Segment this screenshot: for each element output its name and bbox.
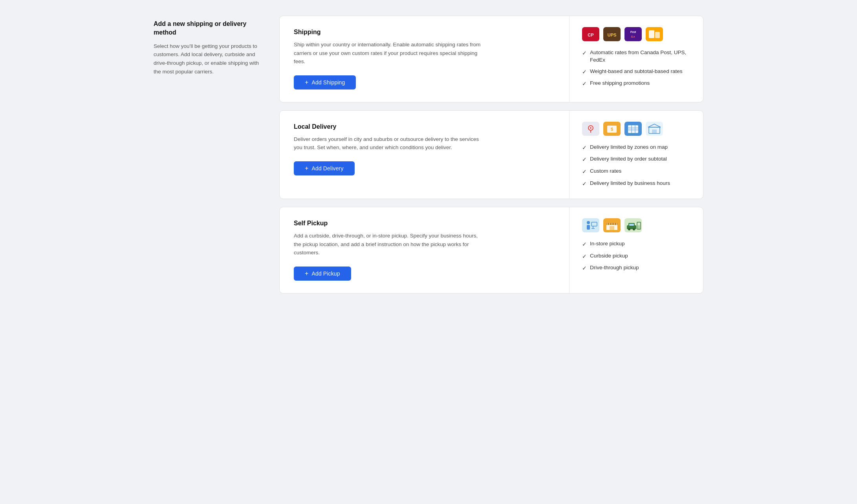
svg-rect-26: [652, 130, 657, 133]
shipping-feature-2: ✓ Free shipping promotions: [582, 80, 690, 88]
self-pickup-card-desc: Add a curbside, drive-through, or in-sto…: [294, 232, 482, 257]
svg-point-46: [633, 228, 635, 230]
map-zones-icon: [582, 122, 599, 136]
svg-rect-36: [610, 226, 614, 230]
canada-post-icon: CP: [582, 27, 599, 41]
fedex-icon: Fed Ex: [624, 27, 642, 41]
store-hours-icon: [646, 122, 663, 136]
add-shipping-label: Add Shipping: [311, 79, 345, 86]
check-icon: ✓: [582, 49, 587, 57]
svg-rect-18: [628, 125, 638, 133]
plus-icon: +: [305, 79, 308, 86]
delivery-feature-0: ✓ Delivery limited by zones on map: [582, 144, 690, 152]
pickup-feature-1: ✓ Curbside pickup: [582, 252, 690, 261]
local-delivery-card-right: $: [570, 111, 703, 199]
page-layout: Add a new shipping or delivery method Se…: [154, 16, 703, 294]
check-icon: ✓: [582, 68, 587, 76]
curbside-icon: [582, 218, 599, 232]
check-icon: ✓: [582, 80, 587, 88]
local-delivery-card-left: Local Delivery Deliver orders yourself i…: [280, 111, 570, 199]
shipping-card-title: Shipping: [294, 29, 555, 36]
check-icon: ✓: [582, 156, 587, 164]
calendar-rates-icon: [624, 122, 642, 136]
delivery-features: ✓ Delivery limited by zones on map ✓ Del…: [582, 144, 690, 188]
plus-icon: +: [305, 165, 308, 172]
svg-rect-49: [638, 225, 640, 229]
local-delivery-card-title: Local Delivery: [294, 123, 555, 130]
check-icon: ✓: [582, 265, 587, 272]
check-icon: ✓: [582, 253, 587, 261]
add-delivery-label: Add Delivery: [311, 165, 343, 172]
local-delivery-card-desc: Deliver orders yourself in city and subu…: [294, 135, 482, 152]
svg-text:Fed: Fed: [630, 30, 636, 34]
sidebar-description: Select how you'll be getting your produc…: [154, 42, 264, 76]
shipping-card: Shipping Ship within your country or int…: [279, 16, 703, 102]
add-delivery-button[interactable]: + Add Delivery: [294, 161, 355, 175]
subtotal-icon: $: [603, 122, 621, 136]
self-pickup-card: Self Pickup Add a curbside, drive-throug…: [279, 207, 703, 294]
svg-point-45: [628, 228, 630, 230]
shipping-card-left: Shipping Ship within your country or int…: [280, 16, 570, 102]
self-pickup-card-right: ✓ In-store pickup ✓ Curbside pickup ✓ Dr…: [570, 207, 703, 293]
svg-rect-29: [587, 225, 590, 230]
delivery-icons-row: $: [582, 122, 690, 136]
delivery-feature-1: ✓ Delivery limited by order subtotal: [582, 155, 690, 164]
svg-rect-4: [624, 27, 642, 41]
shipping-feature-1: ✓ Weight-based and subtotal-based rates: [582, 68, 690, 76]
check-icon: ✓: [582, 144, 587, 152]
pickup-feature-2: ✓ Drive-through pickup: [582, 264, 690, 272]
pickup-feature-0: ✓ In-store pickup: [582, 240, 690, 248]
self-pickup-card-left: Self Pickup Add a curbside, drive-throug…: [280, 207, 570, 293]
custom-rates-icon: [646, 27, 663, 41]
local-delivery-card: Local Delivery Deliver orders yourself i…: [279, 110, 703, 199]
shipping-features: ✓ Automatic rates from Canada Post, UPS,…: [582, 49, 690, 88]
shipping-card-right: CP UPS Fed: [570, 16, 703, 102]
delivery-feature-2: ✓ Custom rates: [582, 168, 690, 176]
shipping-icons-row: CP UPS Fed: [582, 27, 690, 41]
svg-text:Ex: Ex: [631, 35, 635, 38]
svg-point-28: [587, 221, 590, 224]
check-icon: ✓: [582, 180, 587, 188]
add-pickup-button[interactable]: + Add Pickup: [294, 267, 351, 281]
svg-text:CP: CP: [588, 33, 593, 37]
svg-text:UPS: UPS: [608, 33, 617, 37]
delivery-feature-3: ✓ Delivery limited by business hours: [582, 180, 690, 188]
add-shipping-button[interactable]: + Add Shipping: [294, 75, 356, 89]
check-icon: ✓: [582, 168, 587, 176]
check-icon: ✓: [582, 241, 587, 248]
storefront-icon: [603, 218, 621, 232]
drivethrough-icon: [624, 218, 642, 232]
svg-point-12: [590, 127, 591, 129]
self-pickup-card-title: Self Pickup: [294, 220, 555, 227]
add-pickup-label: Add Pickup: [311, 270, 340, 277]
sidebar: Add a new shipping or delivery method Se…: [154, 16, 264, 294]
pickup-icons-row: [582, 218, 690, 232]
plus-icon: +: [305, 270, 308, 277]
pickup-features: ✓ In-store pickup ✓ Curbside pickup ✓ Dr…: [582, 240, 690, 272]
cards-column: Shipping Ship within your country or int…: [279, 16, 703, 294]
shipping-card-desc: Ship within your country or internationa…: [294, 40, 482, 66]
svg-rect-9: [655, 32, 660, 38]
shipping-feature-0: ✓ Automatic rates from Canada Post, UPS,…: [582, 49, 690, 64]
svg-rect-8: [649, 30, 654, 38]
ups-icon: UPS: [603, 27, 621, 41]
sidebar-title: Add a new shipping or delivery method: [154, 20, 264, 37]
svg-text:$: $: [611, 127, 613, 131]
svg-rect-47: [629, 224, 634, 226]
